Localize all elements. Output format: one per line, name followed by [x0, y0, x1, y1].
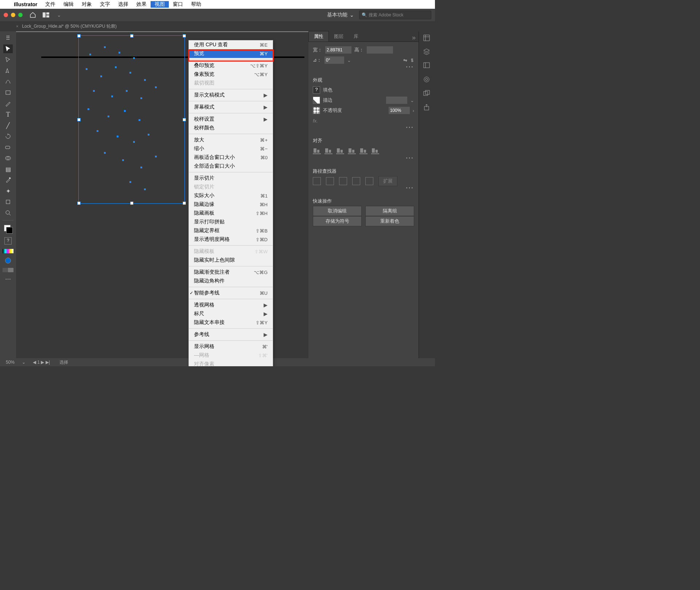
save-as-symbol-button[interactable]: 存储为符号 — [313, 216, 362, 226]
pen-tool[interactable] — [3, 66, 13, 75]
angle-stepper-icon[interactable]: ⌄ — [347, 58, 351, 63]
menu-item[interactable]: 隐藏画板⇧⌘H — [189, 209, 273, 218]
align-more-icon[interactable]: ⋯ — [313, 156, 414, 159]
type-tool[interactable]: T — [3, 110, 13, 119]
width-input[interactable] — [325, 46, 351, 54]
free-transform-tool[interactable]: ✦ — [3, 187, 13, 195]
appearance-more-icon[interactable]: ⋯ — [313, 126, 414, 129]
menu-item[interactable]: 屏幕模式▶ — [189, 103, 273, 112]
menu-edit[interactable]: 编辑 — [59, 1, 78, 8]
align-left-button[interactable] — [313, 146, 321, 154]
fx-label[interactable]: fx. — [313, 118, 318, 124]
panel-tab-layers[interactable]: 图层 — [329, 31, 349, 42]
pathfinder-more-icon[interactable]: ⋯ — [313, 186, 414, 189]
pathfinder-unite-button[interactable] — [313, 177, 321, 185]
menu-item[interactable]: 缩小⌘− — [189, 144, 273, 153]
menu-item[interactable]: ✓智能参考线⌘U — [189, 289, 273, 297]
align-right-button[interactable] — [336, 146, 344, 154]
share-icon[interactable] — [423, 103, 431, 112]
zoom-chevron-icon[interactable]: ⌄ — [22, 360, 26, 365]
arrange-documents-icon[interactable] — [42, 11, 50, 19]
menu-item[interactable]: 隐藏定界框⇧⌘B — [189, 226, 273, 235]
panel-tab-properties[interactable]: 属性 — [308, 31, 329, 42]
menu-item[interactable]: 透视网格▶ — [189, 301, 273, 309]
recolor-button[interactable]: 重新着色 — [365, 216, 414, 226]
fill-stroke-swatch[interactable] — [4, 225, 12, 233]
menu-item[interactable]: 画板适合窗口大小⌘0 — [189, 153, 273, 162]
curvature-tool[interactable] — [3, 77, 13, 86]
screen-mode-icon[interactable] — [3, 268, 13, 272]
menu-select[interactable]: 选择 — [114, 1, 132, 8]
search-input[interactable]: 🔍 搜索 Adobe Stock — [359, 11, 431, 19]
maximize-window-button[interactable] — [18, 13, 23, 17]
menu-item[interactable]: 标尺▶ — [189, 309, 273, 318]
menu-item[interactable]: 显示文稿模式▶ — [189, 91, 273, 99]
ungroup-button[interactable]: 取消编组 — [313, 206, 362, 216]
pathfinder-divide-button[interactable] — [365, 177, 373, 185]
pathfinder-minus-front-button[interactable] — [326, 177, 334, 185]
paintbrush-tool[interactable] — [3, 99, 13, 108]
align-hcenter-button[interactable] — [324, 146, 332, 154]
pathfinder-expand-button[interactable]: 扩展 — [378, 176, 397, 186]
close-tab-button[interactable]: × — [16, 24, 18, 28]
menu-item[interactable]: 隐藏实时上色间隙 — [189, 256, 273, 265]
zoom-level[interactable]: 50% — [4, 360, 17, 365]
layers-panel-icon[interactable] — [423, 48, 431, 56]
zoom-tool[interactable] — [3, 208, 13, 217]
color-mode-icon[interactable] — [5, 258, 11, 263]
menu-item[interactable]: 隐藏文本串接⇧⌘Y — [189, 318, 273, 327]
stroke-weight-input[interactable] — [386, 97, 407, 104]
home-icon[interactable] — [28, 11, 37, 19]
align-vcenter-button[interactable] — [359, 146, 368, 154]
menu-item[interactable]: 隐藏边角构件 — [189, 277, 273, 285]
menu-file[interactable]: 文件 — [41, 1, 59, 8]
menu-item[interactable]: 隐藏渐变批注者⌥⌘G — [189, 268, 273, 277]
isolate-group-button[interactable]: 隔离组 — [365, 206, 414, 216]
menu-item[interactable]: 显示网格⌘' — [189, 342, 273, 351]
gradient-tool[interactable]: ▤ — [3, 165, 13, 173]
menu-item[interactable]: 放大⌘+ — [189, 136, 273, 144]
asset-export-icon[interactable] — [423, 90, 431, 98]
menu-item[interactable]: 显示打印拼贴 — [189, 218, 273, 226]
opacity-swatch[interactable] — [313, 107, 320, 114]
menu-window[interactable]: 窗口 — [169, 1, 187, 8]
menu-item[interactable]: 全部适合窗口大小 — [189, 162, 273, 171]
color-spectrum-icon[interactable] — [3, 249, 13, 253]
workspace-switcher[interactable]: 基本功能 ⌄ — [322, 12, 359, 18]
align-top-button[interactable] — [348, 146, 356, 154]
menu-view[interactable]: 视图 — [151, 1, 169, 8]
close-window-button[interactable] — [4, 13, 8, 17]
menu-item[interactable]: 像素预览⌥⌘Y — [189, 70, 273, 79]
selection-tool[interactable] — [3, 44, 13, 53]
document-tab-title[interactable]: Lock_Group_Hide.ai* @ 50% (CMYK/GPU 轮廓) — [22, 23, 117, 30]
stroke-stepper-icon[interactable]: ⌄ — [410, 98, 414, 103]
menu-object[interactable]: 对象 — [78, 1, 96, 8]
fill-swatch[interactable]: ? — [313, 86, 320, 94]
menu-item[interactable]: 叠印预览⌥⇧⌘Y — [189, 61, 273, 70]
menu-type[interactable]: 文字 — [96, 1, 114, 8]
toolbar-grip-icon[interactable]: ⠿ — [3, 34, 13, 42]
transform-more-icon[interactable]: ⋯ — [313, 65, 414, 68]
menu-item[interactable]: 校样颜色 — [189, 124, 273, 132]
height-input[interactable] — [367, 46, 393, 54]
libraries-panel-icon[interactable] — [423, 62, 431, 70]
angle-input[interactable] — [324, 56, 344, 64]
menu-item[interactable]: 显示透明度网格⇧⌘D — [189, 235, 273, 244]
pathfinder-exclude-button[interactable] — [352, 177, 360, 185]
menu-item[interactable]: 参考线▶ — [189, 330, 273, 339]
align-bottom-button[interactable] — [371, 146, 379, 154]
stroke-swatch[interactable] — [313, 97, 320, 104]
selection-bounding-box[interactable] — [78, 35, 185, 204]
rectangle-tool[interactable] — [3, 88, 13, 97]
artboard-tool[interactable] — [3, 198, 13, 206]
menu-item[interactable]: 预览⌘Y — [189, 49, 273, 58]
edit-toolbar-button[interactable]: ⋯ — [3, 274, 13, 283]
eraser-tool[interactable] — [3, 143, 13, 152]
direct-selection-tool[interactable] — [3, 55, 13, 64]
menu-item[interactable]: 显示切片 — [189, 174, 273, 183]
menu-effect[interactable]: 效果 — [132, 1, 151, 8]
menu-help[interactable]: 帮助 — [187, 1, 205, 8]
properties-panel-icon[interactable] — [423, 34, 431, 42]
shape-builder-tool[interactable] — [3, 154, 13, 163]
panel-collapse-icon[interactable]: » — [412, 34, 419, 42]
